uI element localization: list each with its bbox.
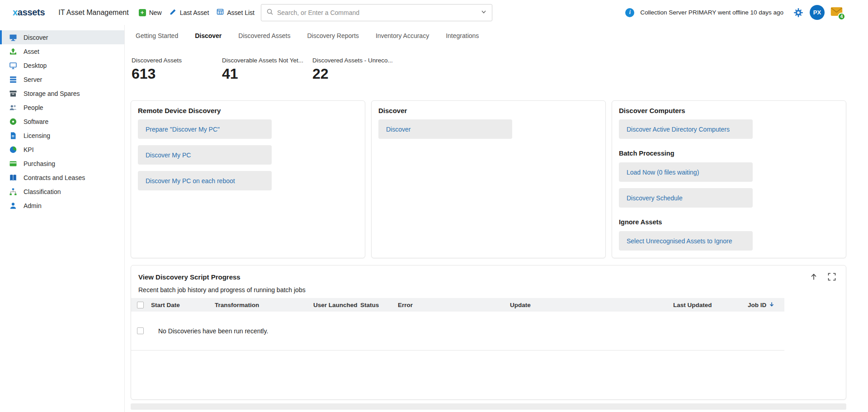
- prepare-discover-my-pc-button[interactable]: Prepare "Discover My PC": [138, 119, 272, 139]
- panel-title: View Discovery Script Progress: [138, 273, 241, 281]
- sidebar-item-desktop[interactable]: Desktop: [0, 58, 124, 72]
- panel-subtitle: Recent batch job history and progress of…: [131, 281, 846, 294]
- sidebar-item-asset[interactable]: Asset: [0, 44, 124, 58]
- load-now-button[interactable]: Load Now (0 files waiting): [619, 162, 753, 182]
- app-window: xassets IT Asset Management New Last Ass…: [0, 0, 868, 412]
- command-search: [261, 4, 492, 21]
- info-icon: [625, 8, 634, 17]
- logo-assets: assets: [18, 7, 45, 17]
- discover-my-pc-each-reboot-button[interactable]: Discover My PC on each reboot: [138, 171, 272, 190]
- col-job-id-label: Job ID: [748, 302, 766, 308]
- col-job-id[interactable]: Job ID: [748, 301, 784, 309]
- top-actions: New Last Asset Asset List: [139, 8, 255, 17]
- new-button[interactable]: New: [139, 9, 162, 16]
- stat-label: Discovered Assets - Unreco...: [312, 57, 403, 64]
- card-title: Discover Computers: [619, 107, 839, 115]
- edit-icon: [170, 8, 177, 17]
- col-transformation[interactable]: Transformation: [215, 302, 313, 308]
- sidebar-item-licensing[interactable]: Licensing: [0, 128, 124, 142]
- batch-processing-heading: Batch Processing: [619, 150, 839, 157]
- sidebar-item-admin[interactable]: Admin: [0, 199, 124, 213]
- user-avatar[interactable]: PX: [810, 5, 825, 20]
- last-asset-button[interactable]: Last Asset: [170, 8, 209, 17]
- server-offline-notification: Collection Server PRIMARY went offline 1…: [640, 9, 783, 16]
- jobs-table-header: Start Date Transformation User Launched …: [131, 298, 784, 312]
- license-document-icon: [9, 132, 18, 140]
- sidebar-item-server[interactable]: Server: [0, 72, 124, 86]
- tab-integrations[interactable]: Integrations: [446, 32, 479, 39]
- sidebar-item-classification[interactable]: Classification: [0, 185, 124, 199]
- search-icon: [266, 8, 274, 17]
- card-title: Remote Device Discovery: [138, 107, 358, 115]
- sidebar-item-purchasing[interactable]: Purchasing: [0, 156, 124, 170]
- discovery-schedule-button[interactable]: Discovery Schedule: [619, 188, 753, 208]
- sidebar-item-contracts-and-leases[interactable]: Contracts and Leases: [0, 170, 124, 185]
- pie-chart-icon: [9, 146, 18, 154]
- sidebar-item-label: Software: [24, 118, 48, 125]
- messages-button[interactable]: 4: [830, 7, 843, 18]
- select-all-checkbox[interactable]: [137, 302, 144, 308]
- sidebar-item-people[interactable]: People: [0, 100, 124, 114]
- book-icon: [9, 174, 18, 182]
- expand-fullscreen-icon[interactable]: [828, 273, 836, 281]
- tab-bar: Getting Started Discover Discovered Asse…: [131, 28, 846, 43]
- sidebar-item-storage-and-spares[interactable]: Storage and Spares: [0, 86, 124, 100]
- gear-icon[interactable]: [793, 7, 804, 18]
- ignore-assets-heading: Ignore Assets: [619, 218, 839, 226]
- sidebar-item-label: Discover: [24, 34, 48, 41]
- sidebar-item-label: Contracts and Leases: [24, 174, 85, 181]
- discover-button[interactable]: Discover: [378, 119, 512, 139]
- mail-unread-badge: 4: [838, 13, 845, 20]
- tab-discovery-reports[interactable]: Discovery Reports: [307, 32, 359, 39]
- col-status[interactable]: Status: [360, 302, 398, 308]
- discover-my-pc-button[interactable]: Discover My PC: [138, 145, 272, 165]
- stat-value: 613: [132, 66, 222, 82]
- discover-active-directory-button[interactable]: Discover Active Directory Computers: [619, 119, 753, 139]
- col-update[interactable]: Update: [510, 302, 673, 308]
- stat-discovered-assets: Discovered Assets 613: [132, 57, 222, 82]
- sidebar-item-label: Classification: [24, 188, 61, 195]
- chevron-down-icon[interactable]: [481, 9, 487, 17]
- sidebar-item-discover[interactable]: Discover: [0, 30, 124, 44]
- sidebar-item-kpi[interactable]: KPI: [0, 142, 124, 156]
- collapse-up-arrow-icon[interactable]: [810, 273, 818, 281]
- row-checkbox[interactable]: [137, 327, 144, 334]
- col-user-launched[interactable]: User Launched: [313, 302, 360, 308]
- xassets-logo: xassets: [13, 7, 45, 18]
- empty-table-message: No Discoveries have been run recently.: [151, 327, 784, 335]
- sort-desc-icon: [769, 301, 775, 309]
- logo-x: x: [13, 7, 18, 17]
- storage-box-icon: [9, 90, 18, 98]
- tab-inventory-accuracy[interactable]: Inventory Accuracy: [376, 32, 429, 39]
- sidebar-item-label: Admin: [24, 202, 42, 209]
- col-error[interactable]: Error: [398, 302, 510, 308]
- tab-getting-started[interactable]: Getting Started: [136, 32, 178, 39]
- table-icon: [217, 8, 224, 17]
- stat-value: 41: [222, 66, 312, 82]
- hierarchy-icon: [9, 188, 18, 196]
- plus-icon: [139, 9, 146, 16]
- top-bar: xassets IT Asset Management New Last Ass…: [0, 0, 868, 25]
- col-last-updated[interactable]: Last Updated: [673, 302, 748, 308]
- stat-label: Discovered Assets: [132, 57, 222, 64]
- sidebar-item-label: Server: [24, 76, 42, 83]
- tab-discover[interactable]: Discover: [195, 32, 222, 39]
- stat-label: Discoverable Assets Not Yet...: [222, 57, 312, 64]
- horizontal-scrollbar[interactable]: [131, 403, 846, 410]
- asset-list-button[interactable]: Asset List: [217, 8, 255, 17]
- col-start-date[interactable]: Start Date: [151, 302, 215, 308]
- remote-device-discovery-card: Remote Device Discovery Prepare "Discove…: [131, 100, 365, 258]
- sidebar-item-label: Desktop: [24, 62, 47, 69]
- search-input[interactable]: [277, 9, 477, 16]
- stat-value: 22: [312, 66, 403, 82]
- person-icon: [9, 202, 18, 210]
- asset-icon: [9, 47, 18, 56]
- stats-row: Discovered Assets 613 Discoverable Asset…: [131, 57, 846, 82]
- select-unrecognised-assets-button[interactable]: Select Unrecognised Assets to Ignore: [619, 231, 753, 251]
- sidebar-item-software[interactable]: Software: [0, 114, 124, 128]
- tab-discovered-assets[interactable]: Discovered Assets: [238, 32, 290, 39]
- card-title: Discover: [378, 107, 599, 115]
- purchase-card-icon: [9, 160, 18, 168]
- new-button-label: New: [149, 9, 162, 16]
- app-title: IT Asset Management: [58, 9, 128, 17]
